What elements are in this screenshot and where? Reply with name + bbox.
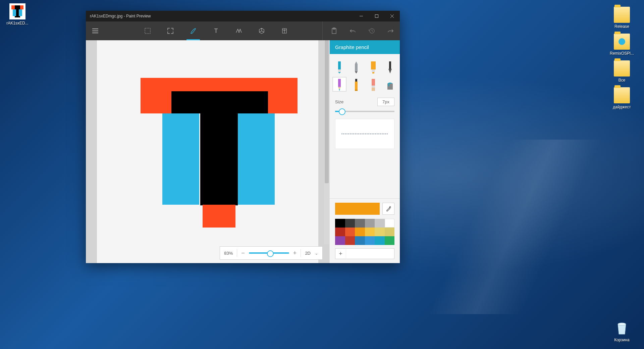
custom-color-row: + <box>335 248 394 259</box>
paste-button[interactable] <box>325 21 343 40</box>
brush-pen[interactable] <box>349 59 363 74</box>
eyedropper-icon <box>385 206 391 212</box>
svg-rect-31 <box>372 88 375 91</box>
svg-rect-23 <box>338 79 341 87</box>
desktop-file-image[interactable]: rAK1sxED... <box>5 3 30 26</box>
color-swatch[interactable] <box>365 228 375 236</box>
canvas-shape <box>238 113 275 205</box>
svg-rect-20 <box>372 72 374 73</box>
current-color-swatch[interactable] <box>335 203 380 215</box>
svg-marker-17 <box>355 71 358 73</box>
desktop-folder-vse[interactable]: Все <box>609 60 635 83</box>
brush-spray[interactable] <box>349 77 363 92</box>
history-icon <box>368 28 375 34</box>
color-swatch[interactable] <box>355 236 365 245</box>
color-swatch[interactable] <box>335 228 345 236</box>
folder-icon <box>614 34 630 50</box>
sidebar-header: Graphite pencil <box>330 40 400 54</box>
vertical-scrollbar[interactable] <box>324 40 329 244</box>
svg-rect-2 <box>375 15 378 18</box>
color-swatch[interactable] <box>355 219 365 228</box>
svg-rect-18 <box>371 61 376 69</box>
zoom-in-button[interactable]: + <box>293 250 297 257</box>
svg-rect-32 <box>387 84 393 90</box>
desktop-recycle-bin[interactable]: Корзина <box>609 320 635 342</box>
size-value-input[interactable]: 7px <box>377 98 394 106</box>
select-tool-button[interactable] <box>138 21 157 40</box>
scrollbar-thumb[interactable] <box>325 40 329 183</box>
history-button[interactable] <box>362 21 381 40</box>
color-swatch[interactable] <box>365 236 375 245</box>
desktop-folder-label: Все <box>609 78 635 83</box>
color-swatch[interactable] <box>375 228 385 236</box>
folder-icon <box>614 60 630 77</box>
canvas[interactable] <box>97 40 318 263</box>
zoom-slider[interactable] <box>249 252 289 254</box>
file-thumbnail-icon <box>9 3 25 19</box>
eyedropper-button[interactable] <box>382 203 394 215</box>
redo-icon <box>387 28 394 34</box>
paint-preview-window: rAK1sxEDmgc.jpg - Paint Preview T <box>86 11 400 263</box>
folder-icon <box>614 7 630 23</box>
desktop-folder-digest[interactable]: дайджест <box>609 87 635 109</box>
size-row: Size 7px <box>330 95 400 109</box>
divider <box>301 249 301 257</box>
brush-calligraphy[interactable] <box>383 59 397 74</box>
select-icon <box>145 28 151 34</box>
color-swatch[interactable] <box>385 228 395 236</box>
color-swatch[interactable] <box>375 219 385 228</box>
canvas-area: 83% − + 2D ⌄ <box>86 40 329 263</box>
color-swatch[interactable] <box>345 228 355 236</box>
color-swatch[interactable] <box>345 219 355 228</box>
desktop-file-label: rAK1sxED... <box>5 21 30 26</box>
color-swatch[interactable] <box>385 219 395 228</box>
canvas-viewport[interactable] <box>86 40 329 263</box>
svg-rect-14 <box>338 69 341 72</box>
color-swatch[interactable] <box>375 236 385 245</box>
fold-tool-button[interactable] <box>275 21 294 40</box>
brush-highlighter[interactable] <box>366 59 380 74</box>
recycle-bin-label: Корзина <box>609 338 635 342</box>
color-swatch[interactable] <box>335 219 345 228</box>
undo-button[interactable] <box>343 21 362 40</box>
color-swatch[interactable] <box>365 219 375 228</box>
brush-marker[interactable] <box>332 59 346 74</box>
close-button[interactable] <box>384 11 400 21</box>
expand-icon <box>167 28 174 34</box>
titlebar[interactable]: rAK1sxEDmgc.jpg - Paint Preview <box>86 11 400 21</box>
desktop-folder-remixos[interactable]: RemixOSPl... <box>609 34 635 56</box>
add-color-button[interactable]: + <box>335 248 346 259</box>
canvas-shape <box>171 91 268 113</box>
maximize-button[interactable] <box>369 11 384 21</box>
desktop-folder-release[interactable]: Release <box>609 7 635 29</box>
color-swatch[interactable] <box>385 236 395 245</box>
color-swatch[interactable] <box>335 236 345 245</box>
text-tool-button[interactable]: T <box>207 21 225 40</box>
3d-tool-button[interactable] <box>252 21 271 40</box>
view-mode-label: 2D <box>305 251 311 256</box>
view-mode-dropdown[interactable]: ⌄ <box>315 251 318 256</box>
stamp-tool-button[interactable] <box>229 21 248 40</box>
zoom-out-button[interactable]: − <box>241 250 245 257</box>
brush-icon <box>190 27 197 35</box>
menu-button[interactable] <box>86 21 105 40</box>
minimize-button[interactable] <box>354 11 369 21</box>
toolbar: T <box>86 21 400 40</box>
stamp-icon <box>235 28 243 34</box>
brush-eraser[interactable] <box>366 77 380 92</box>
color-section: + <box>330 198 400 263</box>
brush-tool-button[interactable] <box>184 21 203 40</box>
desktop-folder-label: дайджест <box>609 105 635 109</box>
desktop-folder-label: RemixOSPl... <box>609 51 635 56</box>
svg-point-0 <box>618 323 626 326</box>
zoom-percent: 83% <box>224 251 233 256</box>
color-swatch[interactable] <box>345 236 355 245</box>
crop-tool-button[interactable] <box>161 21 180 40</box>
redo-button[interactable] <box>381 21 400 40</box>
brush-pencil[interactable] <box>332 77 346 92</box>
content-area: 83% − + 2D ⌄ Graphite pencil <box>86 40 400 263</box>
brush-bucket[interactable] <box>383 77 397 92</box>
size-slider[interactable] <box>335 111 394 112</box>
color-swatch[interactable] <box>355 228 365 236</box>
svg-marker-25 <box>339 89 340 91</box>
